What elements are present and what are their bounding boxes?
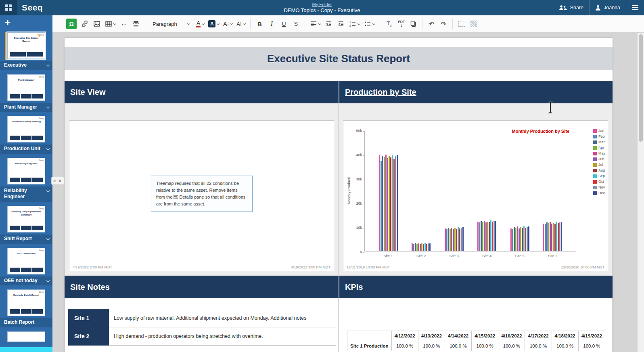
insert-image-button[interactable] <box>91 18 102 30</box>
edit-pencil-icon: ✎ <box>37 33 41 38</box>
production-chart-content[interactable]: Monthly Production by Site Monthly Produ… <box>343 120 608 271</box>
sidebar-item-reliability-engineer[interactable]: SeeqReliability EngineerReliability Engi… <box>0 158 52 202</box>
chevron-down-icon <box>113 22 116 25</box>
strikethrough-button[interactable]: S <box>290 18 301 30</box>
breadcrumb-my-folder[interactable]: My Folder <box>312 2 332 7</box>
legend-item-may[interactable]: May <box>593 151 605 155</box>
copy-page-button[interactable] <box>408 18 419 30</box>
report-page[interactable]: Executive Site Status Report Site View P… <box>65 38 613 352</box>
insert-seeq-content-button[interactable]: Ω <box>65 18 78 30</box>
svg-text:1: 1 <box>349 21 351 23</box>
monthly-production-chart: Monthly Production by Site Monthly Produ… <box>343 121 608 271</box>
font-color-dropdown[interactable]: A <box>194 18 206 30</box>
hamburger-menu[interactable] <box>626 0 644 15</box>
sidebar-item-oee-not-today[interactable]: SeeqOEE DashboardOEE not today <box>0 248 52 286</box>
undo-button[interactable]: ↶ <box>426 18 437 30</box>
legend-item-dec[interactable]: Dec <box>593 191 605 195</box>
numbered-list-dropdown[interactable]: 12 <box>347 18 362 30</box>
legend-item-aug[interactable]: Aug <box>593 168 605 172</box>
font-color-icon: A <box>196 20 201 27</box>
legend-item-mar[interactable]: Mar <box>593 140 605 144</box>
legend-item-feb[interactable]: Feb <box>593 134 605 138</box>
page-thumbnail-plant-manager[interactable]: SeeqPlant Manager <box>7 74 45 101</box>
paragraph-style-dropdown[interactable]: Paragraph <box>148 18 194 30</box>
y-axis-tick-mark <box>363 204 364 204</box>
bar-dec-site-6 <box>561 222 562 251</box>
page-thumbnail-executive[interactable]: SeeqExecutive Site Status Report✎ <box>7 32 45 59</box>
bold-button[interactable]: B <box>254 18 265 30</box>
seeq-logo[interactable]: Seeq <box>22 3 43 13</box>
page-thumbnail-production-unit[interactable]: SeeqProduction Daily Meeting <box>7 116 45 142</box>
y-axis-tick-label: 0 <box>350 250 362 254</box>
chevron-down-icon[interactable] <box>46 279 50 282</box>
legend-item-jul[interactable]: Jul <box>593 163 605 167</box>
bar-sep-site-2 <box>424 243 426 251</box>
page-break-button[interactable] <box>130 18 142 30</box>
y-axis-tick-label: 20k <box>350 201 362 205</box>
page-thumbnail-reliability-engineer[interactable]: SeeqReliability Engineer <box>7 158 45 184</box>
bar-dec-site-3 <box>462 227 464 251</box>
legend-item-oct[interactable]: Oct <box>593 180 605 184</box>
bullet-list-dropdown[interactable] <box>362 18 376 30</box>
chevron-down-icon[interactable] <box>46 237 50 240</box>
user-icon <box>595 5 601 10</box>
page-thumbnail-oee-not-today[interactable]: SeeqOEE Dashboard <box>7 248 45 274</box>
align-dropdown[interactable] <box>308 18 322 30</box>
user-menu[interactable]: Joanna <box>589 0 626 15</box>
vertical-scrollbar[interactable] <box>638 33 644 352</box>
italic-button[interactable]: I <box>266 18 277 30</box>
insert-link-button[interactable] <box>79 18 90 30</box>
page-thumbnail-shift-report[interactable]: SeeqRefinery Daily Operations Summary <box>7 206 45 233</box>
legend-item-apr[interactable]: Apr <box>593 146 605 150</box>
thumbnail-block <box>10 268 20 272</box>
production-by-site-link[interactable]: Production by Site <box>345 88 416 97</box>
sidebar-item-executive[interactable]: SeeqExecutive Site Status Report✎Executi… <box>0 32 52 70</box>
legend-item-jun[interactable]: Jun <box>593 157 605 161</box>
clear-formatting-button[interactable]: Tx <box>383 18 395 30</box>
highlight-color-dropdown[interactable]: A <box>207 18 221 30</box>
bar-dec-site-5 <box>528 226 529 251</box>
share-label: Share <box>570 5 583 10</box>
redo-button[interactable]: ↷ <box>438 18 449 30</box>
bar-jan-site-6 <box>543 224 544 251</box>
fixed-width-view-button[interactable] <box>456 18 467 30</box>
sidebar-item-batch-report[interactable]: SeeqExample Batch ReportBatch Report <box>0 289 52 327</box>
legend-item-sep[interactable]: Sep <box>593 174 605 178</box>
chevron-down-icon[interactable] <box>46 63 50 67</box>
insert-table-dropdown[interactable] <box>103 18 117 30</box>
kpi-date-header: 4/13/2022 <box>418 331 445 341</box>
share-people-icon <box>558 5 567 10</box>
app-grid-button[interactable] <box>0 0 17 15</box>
bar-aug-site-6 <box>554 224 556 251</box>
pdf-export-button[interactable]: PDF↓ <box>395 18 407 30</box>
chevron-down-icon[interactable] <box>46 189 50 192</box>
ai-tools-dropdown[interactable]: AI <box>235 18 247 30</box>
legend-item-nov[interactable]: Nov <box>593 185 605 189</box>
chevron-down-icon[interactable] <box>46 105 50 108</box>
site-view-content[interactable]: Treemap requires that all 22 conditions … <box>69 120 334 271</box>
scrollbar-thumb[interactable] <box>639 34 643 142</box>
legend-item-jan[interactable]: Jan <box>593 129 605 133</box>
indent-button[interactable] <box>335 18 347 30</box>
sidebar-item-production-unit[interactable]: SeeqProduction Daily MeetingProduction U… <box>0 116 52 154</box>
full-width-toggle-button[interactable]: ↔ <box>118 18 130 30</box>
page-thumbnail-batch-report[interactable]: SeeqExample Batch Report <box>7 289 45 316</box>
add-page-button[interactable]: + <box>0 15 16 28</box>
sidebar-collapse-handle[interactable]: « » <box>51 177 64 185</box>
chevron-down-icon[interactable] <box>46 147 50 150</box>
underline-button[interactable]: U <box>278 18 289 30</box>
x-axis-label: Site 3 <box>450 254 459 258</box>
legend-label: Feb <box>598 134 605 138</box>
outdent-button[interactable] <box>323 18 335 30</box>
background-pattern-button[interactable] <box>468 18 479 30</box>
thumbnail-block <box>10 178 20 182</box>
share-button[interactable]: Share <box>553 0 589 15</box>
sidebar-item-plant-manager[interactable]: SeeqPlant ManagerPlant Manager <box>0 74 52 112</box>
kpis-header: KPIs <box>339 276 613 298</box>
y-axis-tick-mark <box>363 228 364 228</box>
sidebar-item-shift-report[interactable]: SeeqRefinery Daily Operations SummaryShi… <box>0 206 52 244</box>
bar-aug-site-4 <box>489 222 490 251</box>
bar-jan-site-3 <box>445 228 446 251</box>
font-size-dropdown[interactable]: A↕ <box>222 18 234 30</box>
page-thumbnail-partial[interactable] <box>7 331 45 342</box>
